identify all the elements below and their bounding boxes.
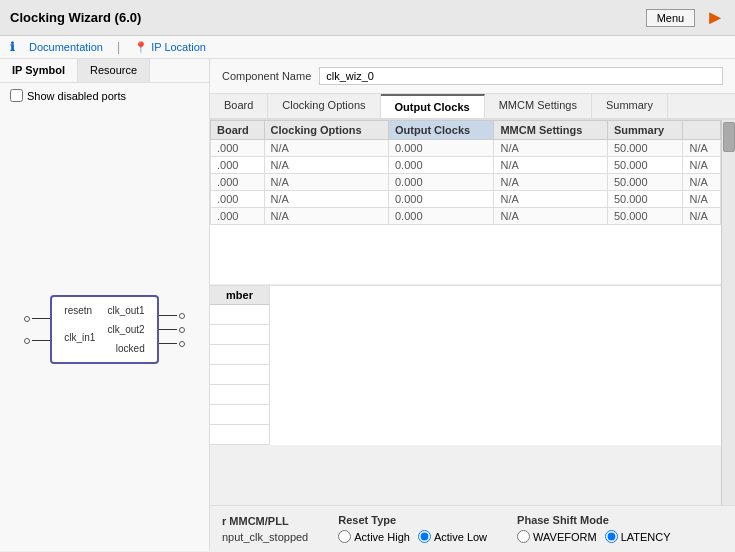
- tab-mmcm-settings[interactable]: MMCM Settings: [485, 94, 592, 118]
- col-header-clocking: Clocking Options: [264, 121, 388, 140]
- right-layout: Component Name Board Clocking Options Ou…: [210, 59, 735, 551]
- symbol-area: resetn clk_in1 clk_out1 clk_out2 locked: [0, 108, 209, 551]
- table-section: Board Clocking Options Output Clocks MMC…: [210, 120, 721, 505]
- bottom-panel: r MMCM/PLL nput_clk_stopped Reset Type A…: [210, 505, 735, 551]
- reset-active-low[interactable]: Active Low: [418, 530, 487, 543]
- app-title: Clocking Wizard (6.0): [10, 10, 141, 25]
- data-table: Board Clocking Options Output Clocks MMC…: [210, 120, 721, 225]
- show-disabled-ports-label: Show disabled ports: [27, 90, 126, 102]
- table-row: .000 N/A 0.000 N/A 50.000 N/A: [211, 191, 721, 208]
- blank-area: [210, 225, 721, 285]
- tab-clocking-options[interactable]: Clocking Options: [268, 94, 380, 118]
- tab-summary[interactable]: Summary: [592, 94, 668, 118]
- clk-out2-wire: [159, 327, 185, 333]
- mmcm-value: nput_clk_stopped: [222, 531, 308, 543]
- tabs-row: Board Clocking Options Output Clocks MMC…: [210, 94, 735, 120]
- clk-out1-wire: [159, 313, 185, 319]
- info-icon: ℹ: [10, 40, 15, 54]
- resetn-port: [24, 316, 50, 322]
- scrollbar[interactable]: [721, 120, 735, 505]
- reset-high-radio[interactable]: [338, 530, 351, 543]
- show-disabled-ports-row: Show disabled ports: [0, 83, 209, 108]
- component-name-row: Component Name: [210, 59, 735, 94]
- tab-resource[interactable]: Resource: [78, 59, 150, 82]
- top-nav: ℹ Documentation | 📍 IP Location: [0, 36, 735, 59]
- table-row: .000 N/A 0.000 N/A 50.000 N/A: [211, 140, 721, 157]
- tab-board[interactable]: Board: [210, 94, 268, 118]
- resetn-label: resetn: [64, 305, 95, 316]
- location-icon: 📍: [134, 41, 148, 54]
- number-cells: [210, 305, 269, 445]
- phase-latency[interactable]: LATENCY: [605, 530, 671, 543]
- reset-low-radio[interactable]: [418, 530, 431, 543]
- phase-waveform[interactable]: WAVEFORM: [517, 530, 597, 543]
- col-header-extra: [683, 121, 721, 140]
- number-column-header: mber: [210, 286, 269, 305]
- phase-shift-label: Phase Shift Mode: [517, 514, 670, 526]
- phase-shift-section: Phase Shift Mode WAVEFORM LATENCY: [517, 514, 670, 543]
- clk_in1-port: [24, 338, 50, 344]
- show-disabled-ports-checkbox[interactable]: [10, 89, 23, 102]
- phase-waveform-radio[interactable]: [517, 530, 530, 543]
- mmcm-label: r MMCM/PLL: [222, 515, 308, 527]
- ip-symbol-box: resetn clk_in1 clk_out1 clk_out2 locked: [50, 295, 158, 364]
- table-row: .000 N/A 0.000 N/A 50.000 N/A: [211, 157, 721, 174]
- locked-wire: [159, 341, 185, 347]
- table-row: .000 N/A 0.000 N/A 50.000 N/A: [211, 208, 721, 225]
- col-header-mmcm: MMCM Settings: [494, 121, 607, 140]
- reset-active-high[interactable]: Active High: [338, 530, 410, 543]
- title-bar: Clocking Wizard (6.0) Menu ►: [0, 0, 735, 36]
- left-panel: IP Symbol Resource Show disabled ports: [0, 59, 210, 551]
- clk-out1-label: clk_out1: [107, 305, 144, 316]
- main-container: IP Symbol Resource Show disabled ports: [0, 59, 735, 551]
- col-header-summary: Summary: [607, 121, 683, 140]
- reset-radio-group: Active High Active Low: [338, 530, 487, 543]
- mmcm-section: r MMCM/PLL nput_clk_stopped: [222, 515, 308, 543]
- component-name-label: Component Name: [222, 70, 311, 82]
- left-tabs: IP Symbol Resource: [0, 59, 209, 83]
- tab-output-clocks[interactable]: Output Clocks: [381, 94, 485, 118]
- nav-separator: |: [117, 40, 120, 54]
- col-header-output: Output Clocks: [389, 121, 494, 140]
- tab-ip-symbol[interactable]: IP Symbol: [0, 59, 78, 82]
- reset-type-section: Reset Type Active High Active Low: [338, 514, 487, 543]
- table-row: .000 N/A 0.000 N/A 50.000 N/A: [211, 174, 721, 191]
- content-area: Board Clocking Options Output Clocks MMC…: [210, 120, 735, 505]
- menu-button[interactable]: Menu: [646, 9, 696, 27]
- phase-latency-radio[interactable]: [605, 530, 618, 543]
- logo-icon: ►: [705, 6, 725, 29]
- scroll-thumb[interactable]: [723, 122, 735, 152]
- clk-in1-label: clk_in1: [64, 332, 95, 343]
- phase-radio-group: WAVEFORM LATENCY: [517, 530, 670, 543]
- component-name-input[interactable]: [319, 67, 723, 85]
- reset-type-label: Reset Type: [338, 514, 487, 526]
- col-header-board: Board: [211, 121, 265, 140]
- locked-label: locked: [116, 343, 145, 354]
- ip-location-link[interactable]: 📍 IP Location: [134, 41, 206, 54]
- documentation-link[interactable]: Documentation: [29, 41, 103, 53]
- clk-out2-label: clk_out2: [107, 324, 144, 335]
